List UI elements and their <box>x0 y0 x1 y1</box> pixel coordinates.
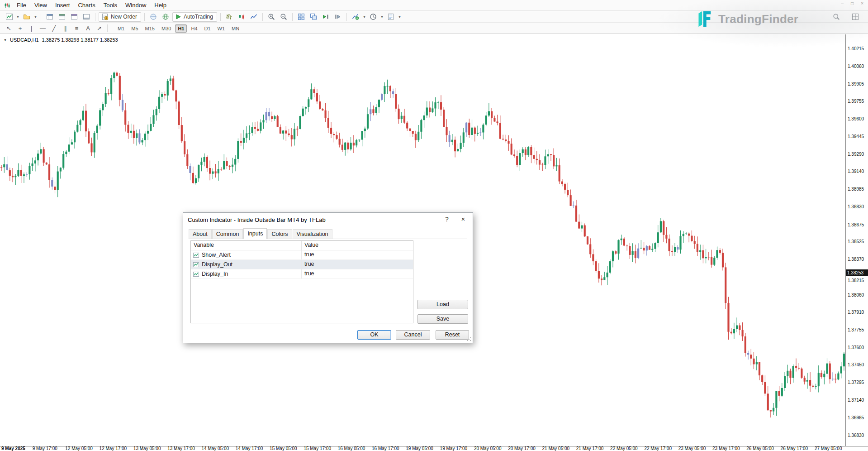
fibonacci-retracement-icon[interactable]: ≡ <box>71 24 82 33</box>
trendline-icon[interactable]: ╱ <box>49 24 59 33</box>
window-minimize-button[interactable]: – <box>841 1 844 6</box>
time-axis-label: 19 May 17:00 <box>440 446 468 451</box>
new-chart-icon[interactable] <box>4 12 14 22</box>
dialog-help-button[interactable]: ? <box>443 216 451 223</box>
price-axis-label: 1.36985 <box>848 415 864 421</box>
window-close-button[interactable]: × <box>861 1 863 6</box>
price-axis-label: 1.38525 <box>848 239 864 245</box>
tab-about[interactable]: About <box>189 229 212 239</box>
dialog-titlebar[interactable]: Custom Indicator - Inside Outside Bar MT… <box>183 213 473 226</box>
price-axis-label: 1.40060 <box>848 64 864 69</box>
tab-inputs[interactable]: Inputs <box>243 228 267 239</box>
search-icon[interactable] <box>831 12 842 22</box>
market-watch-icon[interactable] <box>44 12 55 22</box>
menu-view[interactable]: View <box>30 1 51 10</box>
timeframe-h4-button[interactable]: H4 <box>188 24 200 33</box>
price-axis-label: 1.39140 <box>848 169 864 174</box>
timeframe-w1-button[interactable]: W1 <box>215 24 228 33</box>
chart-symbol-label[interactable]: ▼ USDCAD,H1 1.38275 1.38293 1.38177 1.38… <box>4 37 118 43</box>
text-label-icon[interactable]: A <box>83 24 93 33</box>
new-chart-caret-icon[interactable]: ▾ <box>16 15 20 19</box>
layout-grid-icon[interactable] <box>850 12 861 22</box>
navigator-icon[interactable] <box>69 12 80 22</box>
profiles-icon[interactable] <box>21 12 32 22</box>
timeframe-m1-button[interactable]: M1 <box>115 24 127 33</box>
time-axis[interactable]: 9 May 20259 May 17:0012 May 05:0012 May … <box>0 446 868 451</box>
zoom-out-icon[interactable] <box>278 12 289 22</box>
price-axis-label: 1.39445 <box>848 134 864 139</box>
toolbar-separator <box>346 13 347 21</box>
indicators-icon[interactable] <box>350 12 361 22</box>
toolbar-separator <box>95 13 95 21</box>
price-axis-label: 1.39905 <box>848 82 864 87</box>
tab-colors[interactable]: Colors <box>267 229 292 239</box>
cascade-windows-icon[interactable] <box>308 12 319 22</box>
load-button[interactable]: Load <box>417 300 468 309</box>
equidistant-channel-icon[interactable]: ∥ <box>60 24 71 33</box>
zoom-in-icon[interactable] <box>266 12 277 22</box>
time-axis-label: 22 May 17:00 <box>644 446 672 451</box>
price-axis-separator <box>845 34 846 446</box>
line-chart-icon[interactable] <box>248 12 259 22</box>
horizontal-line-icon[interactable]: — <box>38 24 48 33</box>
time-axis-label: 26 May 17:00 <box>781 446 808 451</box>
dialog-title: Custom Indicator - Inside Outside Bar MT… <box>188 216 326 223</box>
variable-value[interactable]: true <box>302 260 413 269</box>
tab-visualization[interactable]: Visualization <box>293 229 332 239</box>
autotrading-button[interactable]: AutoTrading <box>172 12 217 22</box>
timeframe-m15-button[interactable]: M15 <box>142 24 157 33</box>
window-maximize-button[interactable]: □ <box>851 1 854 6</box>
price-axis-label: 1.38060 <box>848 293 864 298</box>
chart-shift-icon[interactable] <box>332 12 343 22</box>
column-header-variable: Variable <box>191 241 302 250</box>
ok-button[interactable]: OK <box>357 330 391 340</box>
cursor-icon[interactable]: ↖ <box>4 24 14 33</box>
menu-items: FileViewInsertChartsToolsWindowHelp <box>13 1 171 10</box>
input-row-show_alert[interactable]: Show_Alerttrue <box>191 250 413 260</box>
timeframe-h1-button[interactable]: H1 <box>175 24 187 33</box>
menu-charts[interactable]: Charts <box>74 1 99 10</box>
expert-advisors-icon[interactable] <box>148 12 159 22</box>
terminal-icon[interactable] <box>81 12 92 22</box>
timeframe-m5-button[interactable]: M5 <box>128 24 141 33</box>
candlestick-chart-icon[interactable] <box>236 12 247 22</box>
reset-button[interactable]: Reset <box>436 330 469 340</box>
scripts-icon[interactable] <box>160 12 171 22</box>
toolbar-separator <box>107 24 108 32</box>
input-row-display_out[interactable]: Display_Outtrue <box>191 260 413 269</box>
vertical-line-icon[interactable]: | <box>26 24 37 33</box>
menu-insert[interactable]: Insert <box>51 1 74 10</box>
variable-value[interactable]: true <box>302 250 413 259</box>
tab-common[interactable]: Common <box>212 229 243 239</box>
templates-icon[interactable] <box>385 12 396 22</box>
collapse-icon[interactable]: ▼ <box>4 38 7 42</box>
indicator-dialog[interactable]: Custom Indicator - Inside Outside Bar MT… <box>183 212 473 343</box>
menu-file[interactable]: File <box>13 1 30 10</box>
periods-icon[interactable] <box>368 12 379 22</box>
menu-tools[interactable]: Tools <box>100 1 121 10</box>
input-row-display_in[interactable]: Display_Intrue <box>191 269 413 279</box>
resize-grip[interactable] <box>467 337 471 341</box>
indicators-caret-icon[interactable]: ▾ <box>362 15 366 19</box>
menu-help[interactable]: Help <box>150 1 171 10</box>
crosshair-icon[interactable]: + <box>15 24 25 33</box>
menu-window[interactable]: Window <box>121 1 150 10</box>
auto-scroll-icon[interactable] <box>320 12 331 22</box>
arrow-objects-icon[interactable]: ↗ <box>94 24 104 33</box>
profiles-caret-icon[interactable]: ▾ <box>33 15 38 19</box>
inputs-table[interactable]: Variable Value Show_AlerttrueDisplay_Out… <box>190 240 413 323</box>
templates-caret-icon[interactable]: ▾ <box>398 15 402 19</box>
save-button[interactable]: Save <box>417 314 468 324</box>
dialog-close-icon[interactable]: × <box>459 215 467 223</box>
tile-windows-icon[interactable] <box>296 12 307 22</box>
timeframe-d1-button[interactable]: D1 <box>202 24 213 33</box>
data-window-icon[interactable] <box>57 12 67 22</box>
timeframe-m30-button[interactable]: M30 <box>159 24 174 33</box>
cancel-button[interactable]: Cancel <box>396 330 430 340</box>
bar-chart-icon[interactable] <box>224 12 235 22</box>
time-axis-label: 12 May 05:00 <box>65 446 93 451</box>
new-order-button[interactable]: New Order <box>99 12 141 22</box>
periods-caret-icon[interactable]: ▾ <box>380 15 384 19</box>
timeframe-mn-button[interactable]: MN <box>229 24 242 33</box>
variable-value[interactable]: true <box>302 269 413 278</box>
